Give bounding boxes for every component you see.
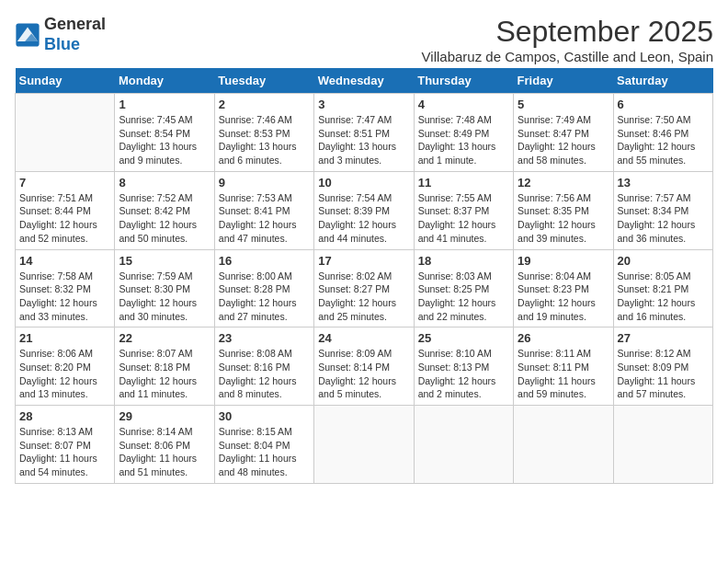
weekday-header-wednesday: Wednesday: [314, 68, 414, 94]
weekday-header-saturday: Saturday: [613, 68, 712, 94]
day-number: 19: [518, 254, 609, 268]
day-number: 6: [618, 98, 709, 111]
logo-text: General Blue: [44, 15, 106, 54]
calendar-cell: 3Sunrise: 7:47 AM Sunset: 8:51 PM Daylig…: [314, 94, 414, 172]
day-info: Sunrise: 7:54 AM Sunset: 8:39 PM Dayligh…: [318, 191, 409, 246]
calendar-cell: 15Sunrise: 7:59 AM Sunset: 8:30 PM Dayli…: [115, 249, 214, 327]
calendar-cell: [414, 406, 513, 484]
calendar-table: SundayMondayTuesdayWednesdayThursdayFrid…: [15, 68, 713, 484]
calendar-cell: 24Sunrise: 8:09 AM Sunset: 8:14 PM Dayli…: [314, 327, 414, 406]
day-info: Sunrise: 8:08 AM Sunset: 8:16 PM Dayligh…: [219, 347, 310, 401]
day-number: 2: [219, 98, 310, 111]
calendar-cell: [16, 94, 115, 172]
day-info: Sunrise: 7:51 AM Sunset: 8:44 PM Dayligh…: [19, 191, 110, 246]
calendar-cell: [314, 406, 414, 484]
weekday-header-monday: Monday: [115, 68, 214, 94]
calendar-cell: [514, 406, 613, 484]
title-block: September 2025 Villabaruz de Campos, Cas…: [422, 15, 713, 64]
calendar-cell: 16Sunrise: 8:00 AM Sunset: 8:28 PM Dayli…: [214, 249, 313, 327]
calendar-cell: 28Sunrise: 8:13 AM Sunset: 8:07 PM Dayli…: [16, 406, 115, 484]
day-info: Sunrise: 7:48 AM Sunset: 8:49 PM Dayligh…: [418, 113, 509, 167]
calendar-cell: 14Sunrise: 7:58 AM Sunset: 8:32 PM Dayli…: [16, 249, 115, 327]
day-info: Sunrise: 7:52 AM Sunset: 8:42 PM Dayligh…: [119, 191, 210, 246]
day-number: 10: [318, 176, 409, 190]
day-info: Sunrise: 7:49 AM Sunset: 8:47 PM Dayligh…: [518, 113, 609, 167]
day-number: 14: [19, 254, 110, 268]
day-number: 17: [318, 254, 409, 268]
calendar-cell: 1Sunrise: 7:45 AM Sunset: 8:54 PM Daylig…: [115, 94, 214, 172]
calendar-cell: [613, 406, 712, 484]
weekday-header-sunday: Sunday: [16, 68, 115, 94]
day-info: Sunrise: 8:06 AM Sunset: 8:20 PM Dayligh…: [19, 347, 110, 401]
calendar-cell: 7Sunrise: 7:51 AM Sunset: 8:44 PM Daylig…: [16, 171, 115, 249]
day-number: 9: [219, 176, 310, 190]
day-info: Sunrise: 7:53 AM Sunset: 8:41 PM Dayligh…: [219, 191, 310, 246]
day-info: Sunrise: 7:58 AM Sunset: 8:32 PM Dayligh…: [19, 270, 110, 324]
page-title: September 2025: [422, 15, 713, 49]
day-number: 20: [618, 254, 709, 268]
calendar-cell: 5Sunrise: 7:49 AM Sunset: 8:47 PM Daylig…: [514, 94, 613, 172]
day-number: 3: [318, 98, 409, 111]
day-info: Sunrise: 8:10 AM Sunset: 8:13 PM Dayligh…: [418, 347, 509, 401]
day-info: Sunrise: 7:50 AM Sunset: 8:46 PM Dayligh…: [618, 113, 709, 167]
day-number: 16: [219, 254, 310, 268]
day-info: Sunrise: 8:02 AM Sunset: 8:27 PM Dayligh…: [318, 270, 409, 324]
calendar-cell: 10Sunrise: 7:54 AM Sunset: 8:39 PM Dayli…: [314, 171, 414, 249]
day-info: Sunrise: 8:12 AM Sunset: 8:09 PM Dayligh…: [618, 347, 709, 401]
day-info: Sunrise: 8:09 AM Sunset: 8:14 PM Dayligh…: [318, 347, 409, 401]
day-number: 29: [119, 409, 210, 423]
calendar-cell: 4Sunrise: 7:48 AM Sunset: 8:49 PM Daylig…: [414, 94, 513, 172]
calendar-cell: 18Sunrise: 8:03 AM Sunset: 8:25 PM Dayli…: [414, 249, 513, 327]
day-number: 25: [418, 331, 509, 345]
week-row-1: 1Sunrise: 7:45 AM Sunset: 8:54 PM Daylig…: [16, 94, 713, 172]
calendar-cell: 21Sunrise: 8:06 AM Sunset: 8:20 PM Dayli…: [16, 327, 115, 406]
day-info: Sunrise: 7:47 AM Sunset: 8:51 PM Dayligh…: [318, 113, 409, 167]
calendar-cell: 26Sunrise: 8:11 AM Sunset: 8:11 PM Dayli…: [514, 327, 613, 406]
calendar-cell: 22Sunrise: 8:07 AM Sunset: 8:18 PM Dayli…: [115, 327, 214, 406]
calendar-cell: 12Sunrise: 7:56 AM Sunset: 8:35 PM Dayli…: [514, 171, 613, 249]
day-number: 4: [418, 98, 509, 111]
weekday-header-friday: Friday: [514, 68, 613, 94]
calendar-cell: 20Sunrise: 8:05 AM Sunset: 8:21 PM Dayli…: [613, 249, 712, 327]
day-number: 24: [318, 331, 409, 345]
week-row-5: 28Sunrise: 8:13 AM Sunset: 8:07 PM Dayli…: [16, 406, 713, 484]
week-row-4: 21Sunrise: 8:06 AM Sunset: 8:20 PM Dayli…: [16, 327, 713, 406]
day-number: 23: [219, 331, 310, 345]
calendar-cell: 19Sunrise: 8:04 AM Sunset: 8:23 PM Dayli…: [514, 249, 613, 327]
day-number: 27: [618, 331, 709, 345]
day-info: Sunrise: 7:55 AM Sunset: 8:37 PM Dayligh…: [418, 191, 509, 246]
calendar-cell: 17Sunrise: 8:02 AM Sunset: 8:27 PM Dayli…: [314, 249, 414, 327]
day-number: 21: [19, 331, 110, 345]
calendar-cell: 27Sunrise: 8:12 AM Sunset: 8:09 PM Dayli…: [613, 327, 712, 406]
day-info: Sunrise: 8:07 AM Sunset: 8:18 PM Dayligh…: [119, 347, 210, 401]
weekday-header-tuesday: Tuesday: [214, 68, 313, 94]
day-info: Sunrise: 8:13 AM Sunset: 8:07 PM Dayligh…: [19, 425, 110, 479]
page-subtitle: Villabaruz de Campos, Castille and Leon,…: [422, 49, 713, 64]
day-info: Sunrise: 8:05 AM Sunset: 8:21 PM Dayligh…: [618, 270, 709, 324]
day-info: Sunrise: 8:11 AM Sunset: 8:11 PM Dayligh…: [518, 347, 609, 401]
day-info: Sunrise: 7:59 AM Sunset: 8:30 PM Dayligh…: [119, 270, 210, 324]
calendar-cell: 8Sunrise: 7:52 AM Sunset: 8:42 PM Daylig…: [115, 171, 214, 249]
day-number: 11: [418, 176, 509, 190]
day-number: 28: [19, 409, 110, 423]
day-number: 13: [618, 176, 709, 190]
day-number: 26: [518, 331, 609, 345]
calendar-cell: 9Sunrise: 7:53 AM Sunset: 8:41 PM Daylig…: [214, 171, 313, 249]
calendar-cell: 11Sunrise: 7:55 AM Sunset: 8:37 PM Dayli…: [414, 171, 513, 249]
week-row-3: 14Sunrise: 7:58 AM Sunset: 8:32 PM Dayli…: [16, 249, 713, 327]
weekday-header-thursday: Thursday: [414, 68, 513, 94]
calendar-cell: 25Sunrise: 8:10 AM Sunset: 8:13 PM Dayli…: [414, 327, 513, 406]
day-info: Sunrise: 7:45 AM Sunset: 8:54 PM Dayligh…: [119, 113, 210, 167]
day-info: Sunrise: 8:04 AM Sunset: 8:23 PM Dayligh…: [518, 270, 609, 324]
day-number: 30: [219, 409, 310, 423]
day-info: Sunrise: 8:15 AM Sunset: 8:04 PM Dayligh…: [219, 425, 310, 479]
calendar-cell: 29Sunrise: 8:14 AM Sunset: 8:06 PM Dayli…: [115, 406, 214, 484]
weekday-header-row: SundayMondayTuesdayWednesdayThursdayFrid…: [16, 68, 713, 94]
day-number: 1: [119, 98, 210, 111]
day-number: 15: [119, 254, 210, 268]
day-info: Sunrise: 7:56 AM Sunset: 8:35 PM Dayligh…: [518, 191, 609, 246]
calendar-cell: 30Sunrise: 8:15 AM Sunset: 8:04 PM Dayli…: [214, 406, 313, 484]
day-number: 7: [19, 176, 110, 190]
day-info: Sunrise: 7:57 AM Sunset: 8:34 PM Dayligh…: [618, 191, 709, 246]
day-number: 5: [518, 98, 609, 111]
